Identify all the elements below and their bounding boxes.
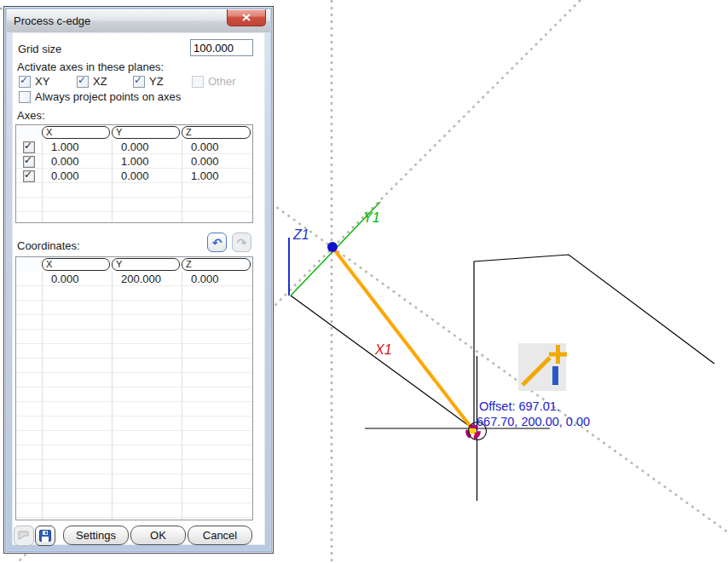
checkbox-xy[interactable]: XY — [19, 75, 49, 88]
rubber-band-line — [334, 250, 471, 427]
activate-axes-label: Activate axes in these planes: — [17, 60, 164, 73]
part-geometry — [291, 255, 714, 501]
coord-row1-z[interactable]: 0.000 — [182, 273, 252, 286]
axes-row3-z[interactable]: 1.000 — [182, 169, 252, 183]
checkbox-other: Other — [192, 75, 236, 88]
axes-row3-y[interactable]: 0.000 — [112, 169, 182, 183]
axes-table-body: 1.000 0.000 0.000 0.000 1.000 0.000 0.00… — [16, 140, 252, 222]
dialog-title: Process c-edge — [14, 14, 90, 27]
offset-tooltip: Offset: 697.01. 667.70, 200.00, 0.00 — [477, 399, 590, 428]
load-icon — [18, 531, 30, 541]
load-button — [14, 526, 34, 546]
save-button[interactable] — [35, 526, 55, 546]
grid-size-input[interactable] — [190, 39, 253, 56]
settings-button[interactable]: Settings — [63, 526, 129, 545]
coordinates-table: X Y Z 0.000 200.000 0.000 — [15, 256, 253, 520]
offset-tooltip-line2: 667.70, 200.00, 0.00 — [477, 415, 590, 428]
cursor-tool-icon — [518, 343, 567, 391]
dialog-titlebar[interactable]: Process c-edge — [7, 9, 270, 32]
redo-icon: ↷ — [237, 237, 247, 249]
other-checkbox-label: Other — [208, 75, 236, 88]
axis-x-line — [291, 296, 471, 428]
dialog-client-area: Grid size Activate axes in these planes:… — [12, 32, 265, 545]
checkbox-always-project[interactable]: Always project points on axes — [19, 90, 181, 103]
yz-checkbox[interactable] — [133, 76, 145, 88]
cancel-button-label: Cancel — [203, 529, 237, 542]
coordinates-table-header: X Y Z — [16, 257, 252, 272]
save-icon — [39, 530, 51, 542]
axes-column-header-z[interactable]: Z — [182, 126, 251, 139]
axis-y-label: Y1 — [363, 210, 380, 225]
axis-x-label: X1 — [374, 342, 392, 357]
axis-z-label: Z1 — [292, 227, 309, 242]
axes-row2-x[interactable]: 0.000 — [42, 155, 112, 169]
axes-table-row: 1.000 0.000 0.000 — [16, 140, 252, 154]
ok-button[interactable]: OK — [130, 526, 186, 545]
yz-checkbox-label: YZ — [149, 75, 164, 88]
offset-tooltip-line1: Offset: 697.01. — [479, 399, 560, 413]
close-icon — [242, 14, 251, 21]
axes-column-header-x[interactable]: X — [42, 126, 110, 139]
axes-table-row: 0.000 1.000 0.000 — [16, 154, 252, 169]
axes-row2-y[interactable]: 1.000 — [112, 155, 182, 169]
coord-row1-x[interactable]: 0.000 — [42, 273, 112, 286]
redo-button: ↷ — [232, 233, 251, 252]
coordinates-table-body: 0.000 200.000 0.000 — [16, 272, 252, 520]
axes-row1-y[interactable]: 0.000 — [112, 141, 182, 154]
axes-table-header: X Y Z — [16, 125, 252, 140]
coordinates-section-label: Coordinates: — [17, 239, 80, 252]
axes-row1-checkbox[interactable] — [23, 141, 35, 153]
coordinates-column-header-y[interactable]: Y — [112, 258, 180, 271]
coord-row1-y[interactable]: 200.000 — [112, 273, 182, 286]
axes-table-row: 0.000 0.000 1.000 — [16, 169, 252, 183]
xy-checkbox-label: XY — [35, 75, 49, 88]
anchor-point[interactable] — [327, 242, 338, 252]
grid-size-label: Grid size — [18, 43, 61, 55]
ok-button-label: OK — [150, 529, 166, 542]
coordinates-column-header-x[interactable]: X — [42, 258, 110, 271]
xz-checkbox[interactable] — [77, 76, 89, 88]
xz-checkbox-label: XZ — [93, 75, 107, 88]
axes-table: X Y Z 1.000 0.000 0.000 0.000 1.000 0.00… — [15, 124, 253, 223]
checkbox-xz[interactable]: XZ — [77, 75, 107, 88]
process-c-edge-dialog: Process c-edge Grid size Activate axes i… — [3, 6, 274, 554]
coordinates-column-header-z[interactable]: Z — [182, 258, 251, 271]
always-project-label: Always project points on axes — [35, 90, 181, 103]
snap-marker-dot — [474, 432, 477, 434]
axes-column-header-y[interactable]: Y — [112, 126, 180, 139]
axes-row3-x[interactable]: 0.000 — [42, 169, 112, 183]
undo-button[interactable]: ↶ — [207, 233, 227, 252]
axes-row3-checkbox[interactable] — [23, 170, 35, 182]
coordinates-header-corner — [16, 257, 42, 272]
axes-row1-x[interactable]: 1.000 — [42, 141, 112, 154]
axes-row2-checkbox[interactable] — [23, 156, 35, 168]
close-button[interactable] — [227, 9, 266, 26]
xy-checkbox[interactable] — [19, 76, 31, 88]
always-project-checkbox[interactable] — [19, 91, 31, 103]
other-checkbox — [192, 76, 204, 88]
undo-icon: ↶ — [212, 237, 222, 249]
coordinates-table-row: 0.000 200.000 0.000 — [16, 272, 252, 286]
axes-header-corner — [16, 125, 42, 140]
settings-button-label: Settings — [76, 529, 116, 542]
cancel-button[interactable]: Cancel — [188, 526, 252, 545]
axes-row2-z[interactable]: 0.000 — [182, 155, 252, 169]
axes-section-label: Axes: — [17, 109, 45, 122]
axes-row1-z[interactable]: 0.000 — [182, 141, 252, 154]
checkbox-yz[interactable]: YZ — [133, 75, 164, 88]
